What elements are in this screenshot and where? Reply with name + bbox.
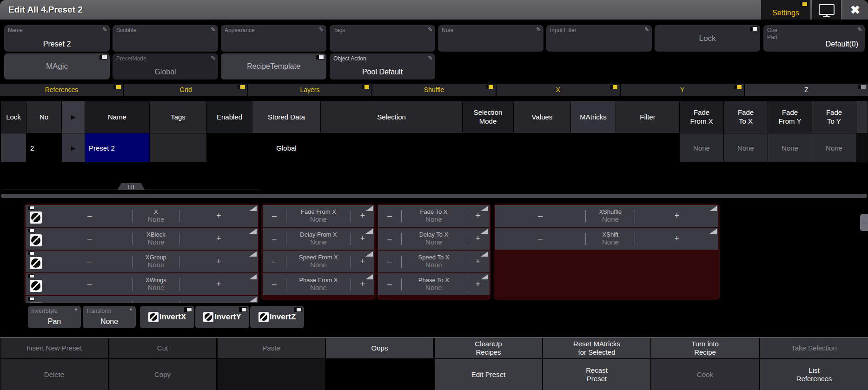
row-enabled-cell[interactable] — [207, 133, 252, 162]
decrement-button[interactable]: – — [263, 211, 286, 221]
decrement-button[interactable]: – — [378, 257, 401, 266]
preset-mode-field[interactable]: PresetMode ✎ Global — [113, 53, 218, 79]
oops-button[interactable]: Oops — [326, 338, 433, 358]
encoder-value-button[interactable]: Delay To X None — [402, 231, 466, 247]
encoder-value-button[interactable]: Delay From X None — [286, 231, 351, 247]
increment-button[interactable]: + — [351, 279, 374, 289]
object-action-field[interactable]: Object Action ✎ Pool Default — [330, 53, 435, 79]
encoder-value-button[interactable]: XBlock None — [133, 231, 179, 247]
column-header-stored-data[interactable]: Stored Data — [252, 101, 321, 133]
increment-button[interactable]: + — [179, 234, 258, 244]
copy-button[interactable]: Copy — [109, 359, 216, 390]
increment-button[interactable]: + — [351, 257, 374, 266]
column-header-fade-to-x[interactable]: Fade To X — [724, 101, 768, 133]
decrement-button[interactable]: – — [263, 257, 286, 266]
column-header-filter[interactable]: Filter — [616, 101, 680, 133]
row-fade-to-x-cell[interactable]: None — [724, 133, 768, 162]
encoder-value-button[interactable]: Phase From X None — [286, 277, 351, 292]
cleanup-recipes-button[interactable]: CleanUp Recipes — [435, 338, 542, 358]
row-fade-to-y-cell[interactable]: None — [812, 133, 856, 162]
magic-button[interactable]: MAgic — [4, 53, 110, 79]
row-tags-cell[interactable] — [150, 133, 207, 162]
increment-button[interactable]: + — [351, 211, 374, 221]
decrement-button[interactable]: – — [47, 234, 133, 244]
move-to-screen-button[interactable]: ··· — [812, 0, 841, 20]
column-header-name[interactable]: Name — [85, 101, 150, 133]
column-header-tags[interactable]: Tags — [150, 101, 207, 133]
decrement-button[interactable]: – — [47, 211, 133, 221]
decrement-button[interactable]: – — [495, 234, 585, 244]
row-selection-mode-cell[interactable] — [463, 133, 514, 162]
edit-preset-button[interactable]: Edit Preset — [435, 359, 542, 390]
encoder-value-button[interactable]: XGroup None — [133, 254, 179, 270]
column-header-values[interactable]: Values — [514, 101, 571, 133]
tab-y[interactable]: Y — [621, 84, 744, 96]
encoder-scroll-tab[interactable]: ≡ — [860, 214, 868, 231]
decrement-button[interactable]: – — [378, 211, 401, 221]
invert-y-button[interactable]: InvertY — [195, 306, 249, 328]
insert-new-preset-button[interactable]: Insert New Preset — [0, 338, 108, 358]
tab-grid[interactable]: Grid — [124, 84, 247, 96]
encoder-invert-cell[interactable] — [26, 273, 47, 295]
delete-button[interactable]: Delete — [0, 359, 108, 390]
increment-button[interactable]: + — [466, 211, 490, 221]
row-lock-cell[interactable] — [1, 133, 27, 162]
paste-button[interactable]: Paste — [218, 338, 325, 358]
encoder-invert-cell[interactable] — [26, 296, 47, 303]
decrement-button[interactable]: – — [263, 234, 286, 244]
tab-layers[interactable]: Layers — [248, 84, 371, 96]
cook-button[interactable]: Cook — [651, 359, 759, 390]
lock-button[interactable]: Lock — [655, 25, 760, 52]
close-button[interactable]: ✖ — [842, 0, 868, 20]
settings-button[interactable]: Settings — [761, 0, 810, 20]
row-expand-cell[interactable]: ▶ — [62, 133, 85, 162]
decrement-button[interactable]: – — [378, 279, 401, 289]
decrement-button[interactable]: – — [378, 234, 401, 244]
increment-button[interactable]: + — [466, 257, 490, 266]
encoder-value-button[interactable]: X None — [133, 208, 179, 224]
decrement-button[interactable]: – — [47, 279, 133, 289]
column-header-expand[interactable]: ▶ — [62, 101, 85, 133]
recipe-template-button[interactable]: RecipeTemplate — [221, 53, 326, 79]
increment-button[interactable]: + — [179, 302, 258, 303]
column-header-fade-from-y[interactable]: Fade From Y — [768, 101, 812, 133]
input-filter-field[interactable]: Input Filter ✎ — [546, 25, 652, 52]
encoder-invert-cell[interactable] — [26, 205, 47, 227]
turn-into-recipe-button[interactable]: Turn into Recipe — [651, 338, 759, 358]
horizontal-scrollbar[interactable] — [1, 194, 867, 198]
encoder-invert-cell[interactable] — [26, 228, 47, 250]
encoder-value-button[interactable]: Fade To X None — [402, 208, 466, 224]
decrement-button[interactable]: – — [495, 211, 585, 221]
list-references-button[interactable]: List References — [760, 359, 868, 390]
encoder-value-button[interactable]: Fade From X None — [286, 208, 351, 224]
increment-button[interactable]: + — [466, 279, 490, 289]
row-selection-cell[interactable] — [321, 133, 463, 162]
row-fade-from-x-cell[interactable]: None — [680, 133, 724, 162]
appearance-field[interactable]: Appearance ✎ — [221, 25, 326, 52]
decrement-button[interactable]: – — [47, 257, 133, 266]
take-selection-button[interactable]: Take Selection — [760, 338, 868, 358]
row-stored-data-cell[interactable]: Global — [252, 133, 321, 162]
increment-button[interactable]: + — [179, 211, 258, 221]
note-field[interactable]: Note ✎ — [438, 25, 543, 52]
row-values-cell[interactable] — [514, 133, 571, 162]
increment-button[interactable]: + — [466, 234, 490, 244]
encoder-value-button[interactable]: Speed From X None — [286, 254, 351, 270]
name-field[interactable]: Name ✎ Preset 2 — [4, 25, 110, 52]
row-fade-from-y-cell[interactable]: None — [768, 133, 812, 162]
tab-references[interactable]: References — [0, 84, 123, 96]
splitter-grip[interactable] — [117, 183, 145, 190]
column-header-selection-mode[interactable]: Selection Mode — [463, 101, 514, 133]
increment-button[interactable]: + — [635, 211, 718, 221]
encoder-invert-cell[interactable] — [26, 251, 47, 272]
transform-dropdown[interactable]: Transform ▼ None — [83, 306, 136, 328]
increment-button[interactable]: + — [635, 234, 718, 244]
invert-style-dropdown[interactable]: InvertStyle ▼ Pan — [28, 306, 81, 328]
column-header-fade-from-x[interactable]: Fade From X — [680, 101, 724, 133]
encoder-value-button[interactable]: XShuffle None — [586, 208, 635, 224]
cut-button[interactable]: Cut — [109, 338, 216, 358]
scribble-field[interactable]: Scribble ✎ — [113, 25, 218, 52]
decrement-button[interactable]: – — [47, 302, 133, 303]
tab-z[interactable]: Z — [745, 84, 868, 96]
decrement-button[interactable]: – — [263, 279, 286, 289]
